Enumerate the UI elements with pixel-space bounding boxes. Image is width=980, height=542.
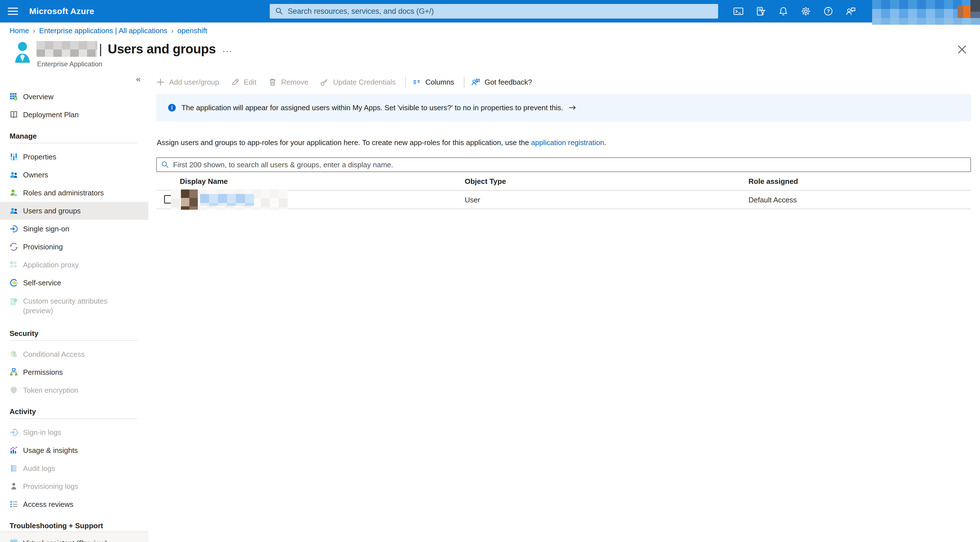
breadcrumb-separator-icon: › xyxy=(172,27,173,35)
access-reviews-icon xyxy=(10,500,18,509)
virtual-assistant-icon xyxy=(10,539,18,542)
sidebar-item-provisioning-logs[interactable]: Provisioning logs xyxy=(0,477,148,495)
user-search-input[interactable] xyxy=(173,161,966,169)
token-encryption-icon xyxy=(10,386,18,394)
columns-icon xyxy=(412,78,421,86)
sidebar-item-access-reviews[interactable]: Access reviews xyxy=(0,495,148,513)
close-blade-icon[interactable] xyxy=(957,45,967,54)
breadcrumb-enterprise-apps[interactable]: Enterprise applications | All applicatio… xyxy=(39,26,167,35)
banner-text: The application will appear for assigned… xyxy=(181,104,563,112)
edit-button[interactable]: Edit xyxy=(231,78,256,86)
sidebar-section-manage: Manage xyxy=(0,129,148,143)
sidebar-item-self-service[interactable]: Self-service xyxy=(0,274,148,292)
feedback-smile-icon xyxy=(471,78,480,86)
sidebar-item-token-encryption[interactable]: Token encryption xyxy=(0,381,148,399)
provisioning-logs-icon xyxy=(10,482,18,491)
sidebar-section-troubleshooting: Troubleshooting + Support xyxy=(0,519,148,532)
audit-logs-icon xyxy=(10,464,18,473)
trash-icon xyxy=(268,78,277,86)
add-icon xyxy=(156,78,165,86)
sidebar-section-security: Security xyxy=(0,327,148,340)
sidebar-section-activity: Activity xyxy=(0,405,148,418)
got-feedback-button[interactable]: Got feedback? xyxy=(471,78,532,86)
remove-button[interactable]: Remove xyxy=(268,78,309,86)
application-registration-link[interactable]: application registration xyxy=(531,138,604,147)
sidebar-item-overview[interactable]: Overview xyxy=(0,88,148,106)
sidebar-item-custom-security-attributes[interactable]: Custom security attributes (preview) xyxy=(0,292,148,321)
global-search-box[interactable] xyxy=(270,4,718,19)
sidebar-collapse-button[interactable]: « xyxy=(136,74,141,84)
page-title: Users and groups xyxy=(108,41,216,56)
search-icon xyxy=(161,161,169,169)
app-name-redacted xyxy=(37,41,97,57)
directory-filter-button[interactable] xyxy=(749,0,772,22)
hamburger-menu-icon[interactable] xyxy=(7,7,19,16)
sidebar-item-usage-insights[interactable]: Usage & insights xyxy=(0,442,148,459)
help-button[interactable]: ? xyxy=(817,0,840,22)
column-object-type[interactable]: Object Type xyxy=(465,177,506,186)
user-avatar-redacted xyxy=(181,190,198,210)
sidebar-item-virtual-assistant[interactable]: Virtual assistant (Preview) xyxy=(0,534,148,542)
main-content: Add user/group Edit Remove Update Creden… xyxy=(156,71,971,542)
column-display-name[interactable]: Display Name xyxy=(180,177,228,186)
update-credentials-button[interactable]: Update Credentials xyxy=(320,78,396,86)
sidebar-item-audit-logs[interactable]: Audit logs xyxy=(0,459,148,477)
breadcrumb: Home › Enterprise applications | All app… xyxy=(10,26,207,35)
roles-administrators-icon xyxy=(10,189,18,197)
sign-in-logs-icon xyxy=(10,428,18,437)
application-proxy-icon xyxy=(10,261,18,269)
cloud-shell-button[interactable] xyxy=(727,0,749,22)
sidebar-item-permissions[interactable]: Permissions xyxy=(0,363,148,381)
more-actions-button[interactable]: ... xyxy=(223,44,233,54)
edit-pencil-icon xyxy=(231,78,239,86)
sidebar-item-roles-and-administrators[interactable]: Roles and administrators xyxy=(0,184,148,202)
avatar xyxy=(958,6,970,18)
enterprise-app-avatar-icon xyxy=(13,40,32,64)
sidebar-item-single-sign-on[interactable]: Single sign-on xyxy=(0,220,148,238)
sidebar-item-sign-in-logs[interactable]: Sign-in logs xyxy=(0,423,148,442)
users-table: Display Name Object Type Role assigned U… xyxy=(156,172,971,209)
owners-icon xyxy=(10,171,18,179)
sidebar-item-conditional-access[interactable]: Conditional Access xyxy=(0,345,148,363)
assign-description: Assign users and groups to app-roles for… xyxy=(157,138,606,147)
cell-role-assigned: Default Access xyxy=(748,196,797,204)
properties-icon xyxy=(10,153,18,161)
key-icon xyxy=(320,78,328,86)
single-sign-on-icon xyxy=(10,225,18,233)
top-bar: Microsoft Azure ? xyxy=(0,0,980,22)
breadcrumb-openshift[interactable]: openshift xyxy=(178,26,207,35)
command-bar: Add user/group Edit Remove Update Creden… xyxy=(156,74,544,90)
deployment-plan-icon xyxy=(10,110,18,119)
title-separator: | xyxy=(99,41,102,56)
overview-icon xyxy=(10,92,18,101)
user-display-name-redacted xyxy=(171,190,288,210)
add-user-group-button[interactable]: Add user/group xyxy=(156,78,219,86)
users-and-groups-icon xyxy=(10,207,18,215)
usage-insights-icon xyxy=(10,446,18,454)
sidebar-item-owners[interactable]: Owners xyxy=(0,166,148,184)
sidebar-item-users-and-groups[interactable]: Users and groups xyxy=(0,202,148,220)
info-banner: The application will appear for assigned… xyxy=(156,94,971,121)
table-row[interactable]: User Default Access xyxy=(156,191,971,209)
sidebar-item-application-proxy[interactable]: Application proxy xyxy=(0,256,148,274)
notifications-button[interactable] xyxy=(772,0,795,22)
conditional-access-icon xyxy=(10,350,18,359)
custom-security-attributes-icon xyxy=(10,297,18,306)
user-search-box[interactable] xyxy=(156,158,971,172)
feedback-button[interactable] xyxy=(840,0,862,22)
brand-title[interactable]: Microsoft Azure xyxy=(29,6,94,16)
breadcrumb-separator-icon: › xyxy=(33,27,35,35)
provisioning-icon xyxy=(10,242,18,251)
columns-button[interactable]: Columns xyxy=(412,78,454,86)
global-search-input[interactable] xyxy=(288,7,713,16)
account-info-redacted[interactable] xyxy=(872,0,980,25)
settings-gear-button[interactable] xyxy=(795,0,817,22)
sidebar-item-deployment-plan[interactable]: Deployment Plan xyxy=(0,106,148,124)
sidebar-nav: « Overview Deployment Plan Manage Proper… xyxy=(0,71,148,542)
breadcrumb-home[interactable]: Home xyxy=(10,26,29,35)
sidebar-item-provisioning[interactable]: Provisioning xyxy=(0,238,148,256)
sidebar-item-properties[interactable]: Properties xyxy=(0,148,148,166)
arrow-right-icon[interactable] xyxy=(568,104,576,112)
column-role-assigned[interactable]: Role assigned xyxy=(748,177,798,186)
self-service-icon xyxy=(10,279,18,287)
